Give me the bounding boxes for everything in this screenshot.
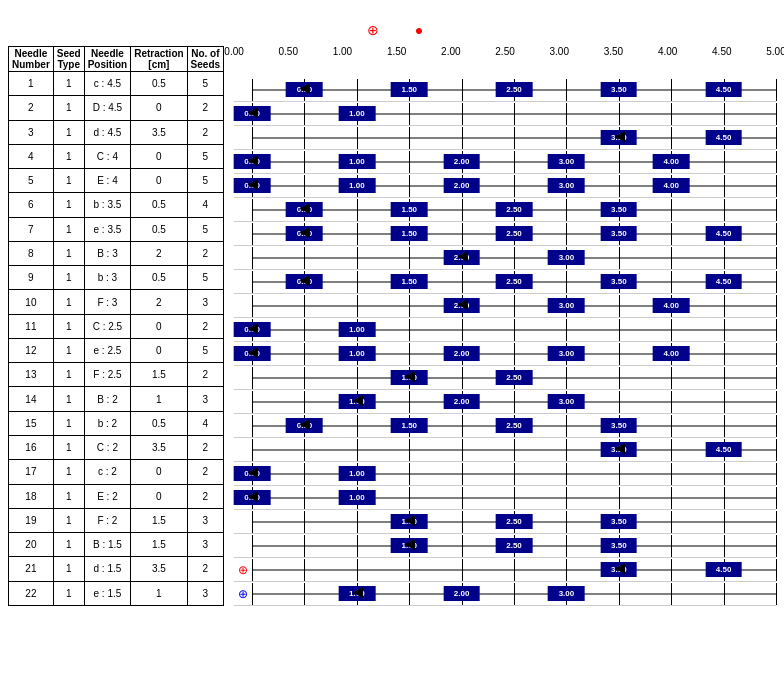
table-cell: 4 <box>187 411 223 435</box>
table-cell: 9 <box>9 266 54 290</box>
table-row: 171c : 202 <box>9 460 224 484</box>
chart-track: 0.001.00▶ <box>252 319 776 341</box>
needle-table: NeedleNumber SeedType NeedlePosition Ret… <box>8 46 224 606</box>
table-cell: 3.5 <box>131 557 187 581</box>
col-needle-number: NeedleNumber <box>9 47 54 72</box>
table-cell: 3 <box>187 533 223 557</box>
bar-segment: 4.00 <box>653 154 690 169</box>
table-row: 121e : 2.505 <box>9 338 224 362</box>
needle-marker: ▶ <box>245 463 259 485</box>
table-cell: 0.5 <box>131 72 187 96</box>
chart-track: 0.001.002.003.004.00▶ <box>252 343 776 365</box>
chart-track: 1.002.003.00▶ <box>252 391 776 413</box>
bar-segment: 4.50 <box>705 562 742 577</box>
scale-row: 0.000.501.001.502.002.503.003.504.004.50… <box>234 46 776 76</box>
chart-row: 3.504.50▶ <box>234 126 776 150</box>
table-cell: 19 <box>9 508 54 532</box>
table-cell: 1 <box>131 581 187 605</box>
table-cell: B : 2 <box>84 387 130 411</box>
table-row: 31d : 4.53.52 <box>9 120 224 144</box>
bar-segment: 2.50 <box>496 202 533 217</box>
needle-marker: ▶ <box>297 223 311 245</box>
table-cell: 13 <box>9 363 54 387</box>
table-cell: 1 <box>53 460 84 484</box>
needle-marker: ▶ <box>402 535 416 557</box>
needle-marker: ▶ <box>402 511 416 533</box>
chart-track: 0.501.502.503.50▶ <box>252 415 776 437</box>
table-row: 131F : 2.51.52 <box>9 363 224 387</box>
needle-marker: ▶ <box>297 271 311 293</box>
table-cell: 5 <box>187 338 223 362</box>
needle-marker: ▶ <box>245 151 259 173</box>
table-cell: 8 <box>9 241 54 265</box>
table-cell: 1 <box>53 96 84 120</box>
table-cell: 0 <box>131 314 187 338</box>
table-cell: 7 <box>9 217 54 241</box>
table-cell: 1 <box>53 411 84 435</box>
scale-label: 0.50 <box>279 46 298 57</box>
table-cell: 1 <box>53 72 84 96</box>
table-cell: 3 <box>187 508 223 532</box>
shifted-needle-icon: ⊕ <box>367 22 379 38</box>
table-cell: 0 <box>131 338 187 362</box>
chart-track: 0.001.002.003.004.00▶ <box>252 175 776 197</box>
chart-row: ⊕1.002.003.00▶ <box>234 582 776 606</box>
col-needle-position: NeedlePosition <box>84 47 130 72</box>
table-cell: 0.5 <box>131 217 187 241</box>
needle-marker: ▶ <box>455 295 469 317</box>
bar-segment: 4.50 <box>705 274 742 289</box>
table-cell: 1 <box>53 144 84 168</box>
needle-marker: ▶ <box>297 199 311 221</box>
table-cell: 0 <box>131 460 187 484</box>
table-cell: 1 <box>53 314 84 338</box>
bar-segment: 3.50 <box>600 226 637 241</box>
table-cell: 3 <box>187 581 223 605</box>
chart-track: 1.002.003.00▶ <box>252 583 776 605</box>
table-cell: F : 2.5 <box>84 363 130 387</box>
table-cell: 22 <box>9 581 54 605</box>
table-cell: 12 <box>9 338 54 362</box>
table-row: 181E : 202 <box>9 484 224 508</box>
table-cell: d : 1.5 <box>84 557 130 581</box>
table-cell: 18 <box>9 484 54 508</box>
scale-label: 5.00 <box>766 46 784 57</box>
needle-marker: ▶ <box>297 415 311 437</box>
needle-marker: ▶ <box>245 487 259 509</box>
chart-track: 3.504.50▶ <box>252 559 776 581</box>
table-cell: 3.5 <box>131 435 187 459</box>
table-cell: 1 <box>53 484 84 508</box>
chart-track: 3.504.50▶ <box>252 439 776 461</box>
table-row: 201B : 1.51.53 <box>9 533 224 557</box>
bar-segment: 2.50 <box>496 514 533 529</box>
table-cell: C : 4 <box>84 144 130 168</box>
table-cell: 5 <box>9 169 54 193</box>
table-cell: 2 <box>187 460 223 484</box>
main-content: NeedleNumber SeedType NeedlePosition Ret… <box>0 46 784 606</box>
table-row: 111C : 2.502 <box>9 314 224 338</box>
scale-label: 3.00 <box>549 46 568 57</box>
row-icon: ⊕ <box>234 587 252 601</box>
table-cell: 1 <box>53 338 84 362</box>
legend-items: ⊕ ● <box>361 22 423 38</box>
bar-segment: 1.00 <box>339 346 376 361</box>
needle-marker: ▶ <box>297 79 311 101</box>
chart-row: 3.504.50▶ <box>234 438 776 462</box>
table-cell: 2 <box>187 241 223 265</box>
table-cell: 2 <box>187 314 223 338</box>
row-icon: ⊕ <box>234 563 252 577</box>
bar-segment: 3.00 <box>548 178 585 193</box>
bar-segment: 3.00 <box>548 346 585 361</box>
bar-segment: 4.50 <box>705 82 742 97</box>
bar-segment: 1.50 <box>391 202 428 217</box>
chart-row: 1.502.503.50▶ <box>234 534 776 558</box>
table-cell: b : 3.5 <box>84 193 130 217</box>
table-cell: 21 <box>9 557 54 581</box>
table-cell: 1 <box>53 363 84 387</box>
scale-label: 4.00 <box>658 46 677 57</box>
bar-segment: 2.00 <box>443 394 480 409</box>
bar-segment: 3.50 <box>600 514 637 529</box>
table-cell: 5 <box>187 144 223 168</box>
bar-segment: 1.50 <box>391 274 428 289</box>
chart-row: 0.501.502.503.504.50▶ <box>234 222 776 246</box>
chart-row: 0.501.502.503.504.50▶ <box>234 78 776 102</box>
